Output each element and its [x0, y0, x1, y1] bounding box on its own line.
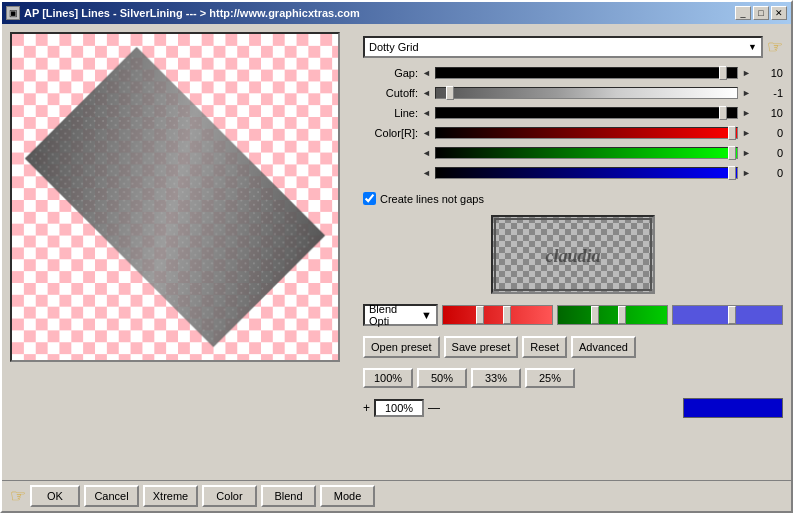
blend-red-thumb-right[interactable]: [503, 306, 511, 324]
color-r-slider-thumb[interactable]: [728, 126, 736, 140]
zoom-100-button[interactable]: 100%: [363, 368, 413, 388]
color-b-right-arrow[interactable]: ►: [742, 168, 751, 178]
mode-button[interactable]: Mode: [320, 485, 375, 507]
preview-canvas: [12, 34, 338, 360]
color-g-slider-track[interactable]: [435, 147, 738, 159]
blend-blue-slider[interactable]: [672, 305, 783, 325]
window-title: AP [Lines] Lines - SilverLining --- > ht…: [24, 7, 360, 19]
color-b-slider-thumb[interactable]: [728, 166, 736, 180]
line-slider-thumb[interactable]: [719, 106, 727, 120]
app-icon: ▣: [6, 6, 20, 20]
color-r-right-arrow[interactable]: ►: [742, 128, 751, 138]
zoom-plus-button[interactable]: +: [363, 401, 370, 415]
zoom-25-button[interactable]: 25%: [525, 368, 575, 388]
blend-red-thumb-left[interactable]: [476, 306, 484, 324]
color-b-slider-track[interactable]: [435, 167, 738, 179]
create-lines-label: Create lines not gaps: [380, 193, 484, 205]
bottom-hand-icon: ☞: [10, 485, 26, 507]
preset-buttons-row: Open preset Save preset Reset Advanced: [363, 336, 783, 358]
title-bar-left: ▣ AP [Lines] Lines - SilverLining --- > …: [6, 6, 360, 20]
open-preset-button[interactable]: Open preset: [363, 336, 440, 358]
cutoff-value: -1: [755, 87, 783, 99]
color-button[interactable]: Color: [202, 485, 257, 507]
cutoff-label: Cutoff:: [363, 87, 418, 99]
blend-green-slider[interactable]: [557, 305, 668, 325]
gap-right-arrow[interactable]: ►: [742, 68, 751, 78]
cutoff-slider-track-container[interactable]: [435, 85, 738, 101]
color-b-slider-track-container[interactable]: [435, 165, 738, 181]
dropdown-arrow-icon: ▼: [748, 42, 757, 52]
preview-image-wrapper: [363, 215, 783, 294]
zoom-minus-button[interactable]: —: [428, 401, 440, 415]
color-g-slider-thumb[interactable]: [728, 146, 736, 160]
main-window: ▣ AP [Lines] Lines - SilverLining --- > …: [0, 0, 793, 513]
blend-red-slider[interactable]: [442, 305, 553, 325]
checkbox-row: Create lines not gaps: [363, 192, 783, 205]
line-slider-track[interactable]: [435, 107, 738, 119]
gap-label: Gap:: [363, 67, 418, 79]
preview-box: [10, 32, 340, 362]
line-value: 10: [755, 107, 783, 119]
blend-dropdown[interactable]: Blend Opti ▼: [363, 304, 438, 326]
create-lines-checkbox[interactable]: [363, 192, 376, 205]
maximize-button[interactable]: □: [753, 6, 769, 20]
color-g-slider-track-container[interactable]: [435, 145, 738, 161]
gap-slider-row: Gap: ◄ ► 10: [363, 64, 783, 82]
color-g-slider-row: ◄ ► 0: [363, 144, 783, 162]
line-left-arrow[interactable]: ◄: [422, 108, 431, 118]
cutoff-slider-row: Cutoff: ◄ ► -1: [363, 84, 783, 102]
zoom-display: 100%: [374, 399, 424, 417]
sliders-section: Gap: ◄ ► 10 Cutoff: ◄: [363, 64, 783, 182]
right-panel: Dotty Grid ▼ ☞ Gap: ◄ ►: [363, 32, 783, 503]
cutoff-slider-track[interactable]: [435, 87, 738, 99]
hand-pointer-icon: ☞: [767, 36, 783, 58]
line-right-arrow[interactable]: ►: [742, 108, 751, 118]
line-label: Line:: [363, 107, 418, 119]
color-r-label: Color[R]:: [363, 127, 418, 139]
color-b-value: 0: [755, 167, 783, 179]
color-r-slider-track[interactable]: [435, 127, 738, 139]
blend-green-thumb-left[interactable]: [591, 306, 599, 324]
gap-slider-track[interactable]: [435, 67, 738, 79]
ok-button[interactable]: OK: [30, 485, 80, 507]
color-r-slider-row: Color[R]: ◄ ► 0: [363, 124, 783, 142]
blend-blue-thumb[interactable]: [728, 306, 736, 324]
color-b-slider-row: ◄ ► 0: [363, 164, 783, 182]
xtreme-button[interactable]: Xtreme: [143, 485, 198, 507]
line-slider-track-container[interactable]: [435, 105, 738, 121]
blend-button[interactable]: Blend: [261, 485, 316, 507]
color-g-right-arrow[interactable]: ►: [742, 148, 751, 158]
color-r-value: 0: [755, 127, 783, 139]
gap-left-arrow[interactable]: ◄: [422, 68, 431, 78]
advanced-button[interactable]: Advanced: [571, 336, 636, 358]
zoom-33-button[interactable]: 33%: [471, 368, 521, 388]
blend-green-thumb-right[interactable]: [618, 306, 626, 324]
title-bar: ▣ AP [Lines] Lines - SilverLining --- > …: [2, 2, 791, 24]
blue-bar: [683, 398, 783, 418]
gap-slider-thumb[interactable]: [719, 66, 727, 80]
cancel-button[interactable]: Cancel: [84, 485, 139, 507]
close-button[interactable]: ✕: [771, 6, 787, 20]
color-r-left-arrow[interactable]: ◄: [422, 128, 431, 138]
minimize-button[interactable]: _: [735, 6, 751, 20]
color-b-left-arrow[interactable]: ◄: [422, 168, 431, 178]
preset-dropdown[interactable]: Dotty Grid ▼: [363, 36, 763, 58]
left-panel: [10, 32, 355, 503]
blend-dropdown-value: Blend Opti: [369, 303, 419, 327]
thumbnail-preview-canvas: [491, 215, 655, 294]
cutoff-left-arrow[interactable]: ◄: [422, 88, 431, 98]
cutoff-right-arrow[interactable]: ►: [742, 88, 751, 98]
dropdown-row: Dotty Grid ▼ ☞: [363, 36, 783, 58]
action-buttons-bar: ☞ OK Cancel Xtreme Color Blend Mode: [2, 480, 791, 511]
color-g-left-arrow[interactable]: ◄: [422, 148, 431, 158]
title-buttons: _ □ ✕: [735, 6, 787, 20]
gap-slider-track-container[interactable]: [435, 65, 738, 81]
save-preset-button[interactable]: Save preset: [444, 336, 519, 358]
zoom-row: 100% 50% 33% 25%: [363, 368, 783, 388]
zoom-50-button[interactable]: 50%: [417, 368, 467, 388]
reset-button[interactable]: Reset: [522, 336, 567, 358]
cutoff-slider-thumb[interactable]: [446, 86, 454, 100]
main-content: Dotty Grid ▼ ☞ Gap: ◄ ►: [2, 24, 791, 511]
dropdown-value: Dotty Grid: [369, 41, 419, 53]
color-r-slider-track-container[interactable]: [435, 125, 738, 141]
